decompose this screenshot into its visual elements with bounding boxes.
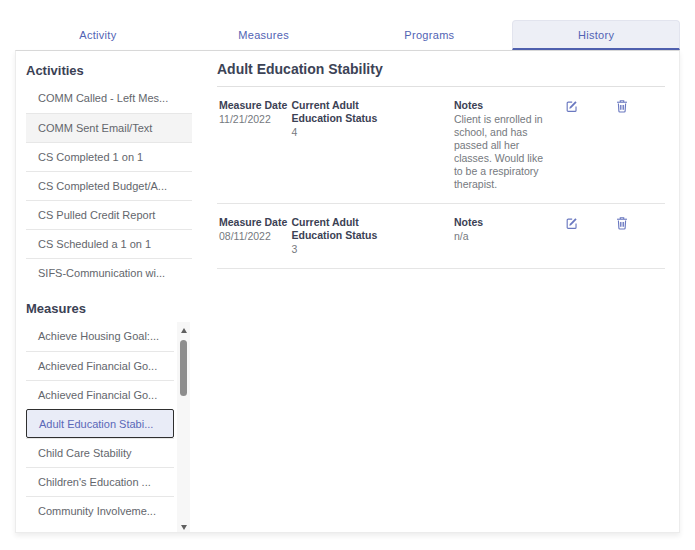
sidebar-item-activity[interactable]: CS Scheduled a 1 on 1 — [26, 229, 192, 258]
sidebar-item-measure[interactable]: Achieve Housing Goal:... — [26, 322, 174, 351]
edit-button[interactable] — [565, 216, 579, 230]
activities-list: COMM Called - Left Mes... COMM Sent Emai… — [26, 84, 192, 287]
notes-column: Notes Client is enrolled in school, and … — [454, 99, 553, 191]
records-list: Measure Date 11/21/2022 Current Adult Ed… — [217, 87, 665, 269]
status-label: Current Adult Education Status — [291, 216, 401, 242]
sidebar-item-measure[interactable]: Community Involveme... — [26, 496, 174, 525]
measure-date-label: Measure Date — [219, 216, 291, 229]
notes-value: Client is enrolled in school, and has pa… — [454, 113, 553, 191]
measure-date-label: Measure Date — [219, 99, 291, 112]
tab[interactable]: Programs — [347, 20, 513, 50]
measure-date-value: 11/21/2022 — [219, 113, 291, 126]
record-row: Measure Date 11/21/2022 Current Adult Ed… — [217, 87, 665, 204]
status-label: Current Adult Education Status — [291, 99, 401, 125]
sidebar-item-activity[interactable]: CS Pulled Credit Report — [26, 200, 192, 229]
sidebar-item-activity[interactable]: CS Completed Budget/A... — [26, 171, 192, 200]
tab[interactable]: History — [512, 20, 680, 50]
measures-section: Measures Achieve Housing Goal:... Achiev… — [26, 301, 192, 525]
measure-date-column: Measure Date 11/21/2022 — [219, 99, 291, 191]
sidebar-item-measure[interactable]: Children's Education ... — [26, 467, 174, 496]
trash-icon — [616, 216, 628, 230]
scrollbar-thumb[interactable] — [180, 340, 187, 396]
sidebar-item-activity[interactable]: COMM Sent Email/Text — [26, 113, 192, 142]
sidebar-item-measure[interactable]: Achieved Financial Go... — [26, 351, 174, 380]
sidebar-item-measure[interactable]: Adult Education Stabi... — [26, 409, 174, 438]
record-actions — [565, 99, 665, 191]
notes-column: Notes n/a — [454, 216, 553, 256]
main-content: Adult Education Stability Measure Date 1… — [201, 51, 679, 532]
edit-icon — [565, 99, 579, 113]
tab[interactable]: Measures — [181, 20, 347, 50]
trash-icon — [616, 99, 628, 113]
status-value: 4 — [291, 126, 453, 139]
scroll-down-icon[interactable] — [177, 521, 190, 532]
delete-button[interactable] — [615, 216, 629, 230]
record-actions — [565, 216, 665, 256]
delete-button[interactable] — [615, 99, 629, 113]
sidebar-item-measure[interactable]: Child Care Stability — [26, 438, 174, 467]
edit-icon — [565, 216, 579, 230]
sidebar: Activities COMM Called - Left Mes... COM… — [16, 51, 200, 532]
measures-scrollbar[interactable] — [177, 322, 190, 532]
page-title: Adult Education Stability — [217, 61, 665, 87]
status-column: Current Adult Education Status 4 — [291, 99, 453, 191]
sidebar-item-activity[interactable]: CS Completed 1 on 1 — [26, 142, 192, 171]
measures-heading: Measures — [26, 301, 192, 316]
history-panel: Activities COMM Called - Left Mes... COM… — [15, 50, 680, 533]
tab-bar: Activity Measures Programs History — [15, 20, 680, 50]
measure-date-value: 08/11/2022 — [219, 230, 291, 243]
sidebar-item-measure[interactable]: Achieved Financial Go... — [26, 380, 174, 409]
record-row: Measure Date 08/11/2022 Current Adult Ed… — [217, 204, 665, 269]
sidebar-item-activity[interactable]: COMM Called - Left Mes... — [26, 84, 192, 113]
edit-button[interactable] — [565, 99, 579, 113]
notes-value: n/a — [454, 230, 553, 243]
measures-list: Achieve Housing Goal:... Achieved Financ… — [26, 322, 174, 525]
tab[interactable]: Activity — [15, 20, 181, 50]
status-column: Current Adult Education Status 3 — [291, 216, 453, 256]
measure-date-column: Measure Date 08/11/2022 — [219, 216, 291, 256]
activities-heading: Activities — [26, 63, 192, 78]
status-value: 3 — [291, 243, 453, 256]
scroll-up-icon[interactable] — [177, 324, 190, 336]
notes-label: Notes — [454, 216, 553, 229]
notes-label: Notes — [454, 99, 553, 112]
sidebar-item-activity[interactable]: SIFS-Communication wi... — [26, 258, 192, 287]
